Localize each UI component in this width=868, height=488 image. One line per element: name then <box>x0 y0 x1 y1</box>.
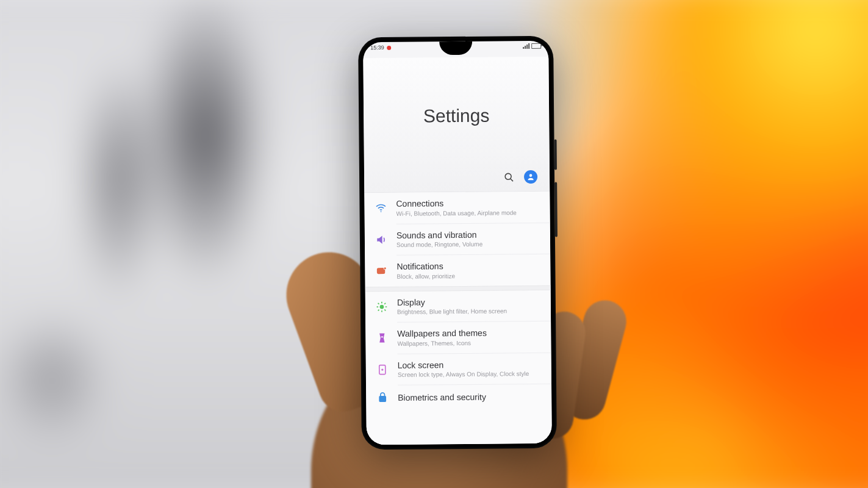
svg-point-18 <box>381 368 383 370</box>
settings-item-subtitle: Block, allow, prioritize <box>396 271 539 280</box>
settings-item-wifi[interactable]: ConnectionsWi-Fi, Bluetooth, Data usage,… <box>364 192 550 224</box>
side-button <box>554 182 558 237</box>
display-icon <box>375 300 389 314</box>
settings-item-title: Connections <box>396 198 539 210</box>
search-button[interactable] <box>502 170 515 184</box>
svg-point-2 <box>529 174 533 177</box>
svg-point-0 <box>505 173 511 179</box>
sound-icon <box>375 233 388 246</box>
svg-point-7 <box>380 304 384 309</box>
phone-screen: 15:39 Settings ConnectionsWi-Fi, Bluetoo… <box>363 41 552 445</box>
svg-line-13 <box>384 309 386 310</box>
settings-item-bio[interactable]: Biometrics and security <box>366 384 551 412</box>
svg-line-1 <box>511 179 513 181</box>
settings-item-title: Display <box>397 296 540 308</box>
svg-line-14 <box>378 309 379 310</box>
svg-point-3 <box>381 211 382 212</box>
settings-item-title: Notifications <box>396 260 539 273</box>
settings-item-title: Biometrics and security <box>398 392 540 404</box>
user-icon <box>526 173 535 181</box>
settings-item-notif[interactable]: NotificationsBlock, allow, prioritize <box>365 254 550 287</box>
svg-line-15 <box>384 303 386 304</box>
wallpaper-icon <box>375 331 389 345</box>
settings-item-sound[interactable]: Sounds and vibrationSound mode, Ringtone… <box>365 223 550 255</box>
settings-item-subtitle: Screen lock type, Always On Display, Clo… <box>398 370 540 379</box>
settings-item-title: Sounds and vibration <box>396 229 539 241</box>
bottom-fade <box>367 429 552 445</box>
svg-line-12 <box>378 303 379 304</box>
settings-item-display[interactable]: DisplayBrightness, Blue light filter, Ho… <box>365 290 551 322</box>
wifi-icon <box>374 201 387 215</box>
recording-indicator-icon <box>387 45 391 49</box>
svg-rect-19 <box>379 396 386 402</box>
settings-item-title: Wallpapers and themes <box>397 328 540 340</box>
status-time: 15:39 <box>370 45 384 51</box>
settings-item-subtitle: Wallpapers, Themes, Icons <box>397 338 540 347</box>
settings-header: Settings <box>363 57 550 193</box>
lock-icon <box>376 363 389 376</box>
settings-item-lock[interactable]: Lock screenScreen lock type, Always On D… <box>366 353 551 385</box>
search-icon <box>503 172 514 182</box>
settings-item-wallpaper[interactable]: Wallpapers and themesWallpapers, Themes,… <box>365 321 551 354</box>
settings-item-subtitle: Brightness, Blue light filter, Home scre… <box>397 307 540 316</box>
settings-item-title: Lock screen <box>398 359 540 371</box>
bio-icon <box>376 392 389 405</box>
page-title: Settings <box>363 57 550 172</box>
svg-rect-16 <box>381 337 383 338</box>
phone-frame: 15:39 Settings ConnectionsWi-Fi, Bluetoo… <box>358 36 557 450</box>
account-button[interactable] <box>524 170 537 184</box>
settings-item-subtitle: Sound mode, Ringtone, Volume <box>396 240 539 249</box>
settings-item-subtitle: Wi-Fi, Bluetooth, Data usage, Airplane m… <box>396 208 539 217</box>
svg-point-6 <box>384 267 386 269</box>
side-button <box>554 140 557 170</box>
battery-icon <box>531 43 541 49</box>
signal-icon <box>523 43 529 49</box>
settings-list[interactable]: ConnectionsWi-Fi, Bluetooth, Data usage,… <box>364 192 552 445</box>
notif-icon <box>375 264 388 278</box>
